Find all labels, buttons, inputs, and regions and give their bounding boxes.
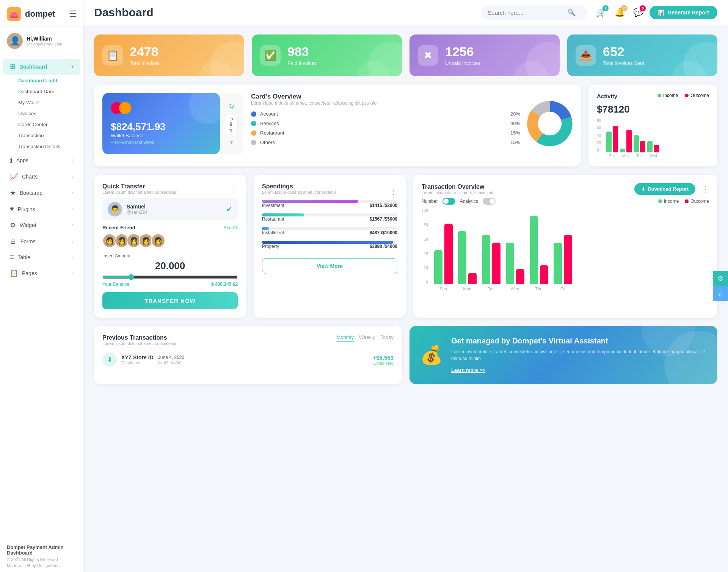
big-bar-group-fri: [554, 235, 572, 284]
wallet-change-area: ↻ Change ▾: [220, 93, 243, 154]
float-settings-button[interactable]: ⚙: [713, 271, 728, 286]
quick-transfer-user[interactable]: 👨 Samuel @sam224 ✔: [102, 198, 238, 220]
sidebar-item-bootstrap[interactable]: ★ Bootstrap ›: [3, 185, 80, 201]
qt-amount-label: Insert Amount: [102, 253, 238, 259]
bar-label-sun: Sun: [606, 154, 618, 158]
generate-report-button[interactable]: 📊 Generate Report: [650, 6, 717, 19]
transfer-now-button[interactable]: TRANSFER NOW: [102, 292, 238, 309]
overview-pct-others: 15%: [510, 139, 520, 145]
search-input[interactable]: [488, 9, 563, 16]
bar-income-wed: [647, 141, 653, 152]
sidebar-item-forms[interactable]: 🖨 Forms ›: [3, 234, 80, 249]
sidebar-item-label-plugins: Plugins: [18, 206, 35, 212]
to-title: Transaction Overview: [422, 183, 496, 190]
qt-user-info: Samuel @sam224: [127, 204, 147, 215]
spendings-more-button[interactable]: ⋮: [390, 187, 397, 196]
spend-item-header-restaurant: Restaurant $1567 /$5000: [262, 216, 397, 222]
spend-name-restaurant: Restaurant: [262, 216, 284, 222]
quick-transfer-title: Quick Transfer: [102, 183, 177, 190]
prev-tabs: Monthly Weekly Today: [336, 334, 394, 342]
stat-card-unpaid: ✖ 1256 Unpaid Invoices: [410, 34, 560, 76]
sidebar-item-table[interactable]: ≡ Table ›: [3, 249, 80, 265]
analytics-toggle[interactable]: [483, 198, 496, 205]
friend-avatar-5[interactable]: 👩: [151, 234, 165, 248]
sidebar-item-widget[interactable]: ⚙ Widget ›: [3, 217, 80, 233]
spend-name-installment: Installment: [262, 230, 284, 235]
chevron-right-icon: ›: [72, 158, 74, 163]
va-icon: 💰: [420, 345, 443, 366]
legend-dot-outcome: [685, 94, 689, 97]
hamburger-button[interactable]: ☰: [69, 9, 77, 19]
sidebar-subitem-transaction[interactable]: Transaction: [14, 130, 83, 141]
view-more-button[interactable]: View More: [262, 258, 397, 274]
sidebar-item-pages[interactable]: 📋 Pages ›: [3, 265, 80, 281]
avatar: 👤: [7, 33, 23, 49]
prev-transaction-item: ⬇ XYZ Store ID Cashback June 4, 2020 05:…: [102, 349, 394, 371]
change-button[interactable]: Change: [225, 114, 238, 136]
qt-user-name: Samuel: [127, 204, 147, 210]
stat-card-paid: ✅ 983 Paid Invoices: [252, 34, 402, 76]
spend-item-property: Property $3890 /$4000: [262, 241, 397, 249]
sidebar-subitem-invoices[interactable]: Invoices: [14, 108, 83, 119]
chevron-right-icon3: ›: [72, 190, 74, 196]
activity-y-axis: 806040200: [597, 118, 601, 152]
notifications-button[interactable]: 🔔 12: [612, 5, 627, 20]
tab-weekly[interactable]: Weekly: [359, 334, 375, 342]
activity-bar-chart: [606, 118, 659, 152]
qt-balance-label: Your Balance: [102, 282, 129, 287]
spend-item-header-property: Property $3890 /$4000: [262, 244, 397, 249]
logo-text: dompet: [25, 9, 55, 19]
pages-icon: 📋: [10, 269, 18, 277]
sidebar-subitem-my-wallet[interactable]: My Wallet: [14, 97, 83, 108]
sidebar-subitem-transaction-details[interactable]: Transaction Details: [14, 141, 83, 152]
overview-pct-services: 40%: [510, 121, 520, 126]
user-info: Hi,William william@gmail.com: [27, 36, 62, 46]
svg-point-3: [533, 107, 567, 141]
change-btn-label: Change: [229, 118, 234, 132]
cart-button[interactable]: 🛒 2: [594, 5, 609, 20]
prev-item-date: June 4, 2020: [158, 355, 184, 360]
to-more-button[interactable]: ⋮: [701, 185, 709, 194]
legend-outcome-label-to: Outcome: [690, 199, 709, 204]
sidebar-subitem-cards-center[interactable]: Cards Center: [14, 119, 83, 130]
download-report-button[interactable]: ⬇ Download Report: [634, 183, 695, 195]
stat-card-value-unpaid: 1256: [445, 45, 480, 59]
tab-monthly[interactable]: Monthly: [336, 334, 354, 342]
number-toggle[interactable]: [442, 198, 455, 205]
chevron-right-icon2: ›: [72, 174, 74, 179]
prev-item-sub: Cashback: [121, 360, 154, 365]
tab-today[interactable]: Today: [380, 334, 394, 342]
sidebar-item-label-widget: Widget: [20, 222, 36, 228]
transfer-amount-slider[interactable]: [102, 274, 238, 280]
stat-card-total-invoices: 📋 2478 Total Invoices: [94, 34, 244, 76]
sidebar: 👛 dompet ☰ 👤 Hi,William william@gmail.co…: [0, 0, 83, 572]
messages-button[interactable]: 💬 5: [631, 5, 646, 20]
stat-card-icon-sent: 📤: [576, 45, 596, 66]
sidebar-item-dashboard[interactable]: ⊞ Dashboard ▾: [3, 59, 80, 75]
float-color-button[interactable]: 💧: [713, 286, 728, 301]
va-learn-more-link[interactable]: Learn more >>: [451, 367, 485, 373]
spend-vals-property: $3890 /$4000: [370, 244, 397, 249]
quick-transfer-more-button[interactable]: ⋮: [230, 186, 238, 195]
sidebar-subitem-dashboard-dark[interactable]: Dashboard Dark: [14, 86, 83, 97]
sidebar-subitem-dashboard-light[interactable]: Dashboard Light: [14, 75, 83, 86]
middle-row: $824,571.93 Wallet Balance +0.8% than la…: [94, 85, 717, 166]
sidebar-item-apps[interactable]: ℹ Apps ›: [3, 152, 80, 168]
big-bar-outcome-wed: [516, 269, 524, 284]
sidebar-item-charts[interactable]: 📈 Charts ›: [3, 169, 80, 185]
big-chart-wrapper: 100806040200: [422, 208, 709, 291]
sidebar-item-plugins[interactable]: ♥ Plugins ›: [3, 201, 80, 217]
qt-user-avatar: 👨: [108, 202, 122, 216]
big-bar-group-mon: [458, 231, 477, 284]
spend-bar-restaurant: [262, 213, 304, 216]
notif-badge: 12: [621, 5, 627, 11]
spendings-subtitle: Lorem ipsum dolor sit amet, consectetur: [262, 190, 336, 194]
bar-label-tue: Tue: [634, 154, 645, 158]
qt-see-all-link[interactable]: See All: [224, 225, 238, 230]
spend-vals-investment: $1415 /$2000: [370, 203, 397, 208]
prev-item-details: XYZ Store ID Cashback: [121, 354, 154, 365]
spendings-title: Spendings: [262, 183, 336, 190]
toggle-analytics-label: Analytics: [460, 199, 478, 204]
prev-transactions-subtitle: Lorem ipsum dolor sit amet, consectetur: [102, 341, 177, 346]
spend-bar-bg-investment: [262, 200, 397, 203]
